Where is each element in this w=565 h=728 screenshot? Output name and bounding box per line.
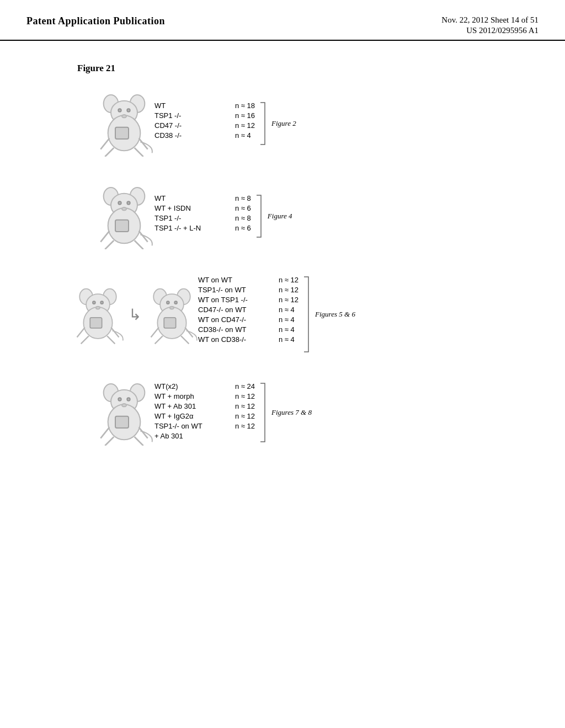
bracket-group-3: WT on WTn ≈ 12TSP1-/- on WTn ≈ 12WT on T…	[198, 276, 355, 353]
main-content: Figure 21	[0, 41, 565, 494]
row-label: WT(x2)	[154, 382, 226, 390]
svg-line-41	[151, 328, 159, 338]
bracket-2	[254, 194, 262, 238]
figure-title: Figure 21	[77, 63, 521, 74]
svg-line-31	[81, 336, 89, 344]
section-3: ↳	[72, 276, 521, 353]
svg-point-58	[127, 398, 130, 400]
svg-line-55	[105, 437, 114, 446]
row-value: n ≈ 12	[235, 402, 255, 410]
svg-rect-4	[115, 127, 129, 139]
row-value: n ≈ 12	[279, 276, 299, 284]
row-label: WT on TSP1 -/-	[198, 296, 270, 304]
row-value: n ≈ 24	[235, 382, 255, 390]
bracket-group-1: WTn ≈ 18TSP1 -/-n ≈ 16CD47 -/-n ≈ 12CD38…	[154, 101, 296, 146]
transplant-arrow: ↳	[129, 306, 141, 324]
svg-point-10	[127, 109, 130, 111]
mouse-recipient	[146, 284, 198, 345]
row-value: n ≈ 8	[235, 214, 251, 222]
mouse-donor	[72, 284, 124, 345]
data-row: WTn ≈ 8	[154, 194, 251, 202]
data-row: + Ab 301	[154, 432, 255, 440]
data-row: TSP1-/- on WTn ≈ 12	[198, 286, 299, 294]
row-label: CD47 -/-	[154, 121, 226, 130]
data-row: WTn ≈ 18	[154, 101, 255, 110]
svg-point-33	[93, 301, 95, 304]
section-1: WTn ≈ 18TSP1 -/-n ≈ 16CD47 -/-n ≈ 12CD38…	[94, 90, 521, 157]
svg-line-32	[107, 336, 115, 344]
row-label: CD47-/- on WT	[198, 306, 270, 314]
row-value: n ≈ 12	[235, 412, 255, 420]
row-value: n ≈ 4	[279, 306, 295, 314]
row-label: TSP1-/- on WT	[198, 286, 270, 294]
page-header: Patent Application Publication Nov. 22, …	[0, 0, 565, 41]
svg-point-35	[96, 307, 100, 309]
patent-number: US 2012/0295956 A1	[466, 26, 539, 35]
row-label: + Ab 301	[154, 432, 226, 440]
row-value: n ≈ 16	[235, 111, 255, 120]
row-label: WT + morph	[154, 392, 226, 400]
row-label: TSP1-/- on WT	[154, 422, 226, 430]
bracket-group-4: WT(x2)n ≈ 24WT + morphn ≈ 12WT + Ab 301n…	[154, 382, 312, 443]
figure-ref-1: Figure 2	[271, 119, 296, 128]
row-label: WT + IgG2α	[154, 412, 226, 420]
data-row: CD38-/- on WTn ≈ 4	[198, 325, 299, 334]
figure-ref-4: Figures 7 & 8	[271, 408, 312, 417]
row-label: WT on CD38-/-	[198, 335, 270, 344]
svg-line-8	[135, 148, 143, 157]
header-right: Nov. 22, 2012 Sheet 14 of 51 US 2012/029…	[441, 15, 539, 35]
svg-line-19	[105, 240, 114, 249]
svg-point-21	[118, 201, 121, 204]
row-label: CD38 -/-	[154, 131, 226, 140]
row-label: WT	[154, 194, 226, 202]
data-row: CD47 -/-n ≈ 12	[154, 121, 255, 130]
section-2: WTn ≈ 8WT + ISDNn ≈ 6TSP1 -/-n ≈ 8TSP1 -…	[94, 183, 521, 249]
bracket-group-2: WTn ≈ 8WT + ISDNn ≈ 6TSP1 -/-n ≈ 8TSP1 -…	[154, 194, 292, 238]
row-label: WT on CD47-/-	[198, 315, 270, 324]
data-row: WT on CD47-/-n ≈ 4	[198, 315, 299, 324]
svg-line-29	[77, 328, 85, 338]
figure-ref-2: Figure 4	[268, 212, 292, 221]
data-block-4: WT(x2)n ≈ 24WT + morphn ≈ 12WT + Ab 301n…	[154, 382, 255, 443]
data-row: WT + morphn ≈ 12	[154, 392, 255, 400]
svg-point-34	[100, 301, 103, 304]
row-value: n ≈ 6	[235, 224, 251, 232]
svg-line-17	[100, 231, 109, 242]
row-value: n ≈ 4	[279, 335, 295, 344]
row-label: WT	[154, 101, 226, 110]
row-label: TSP1 -/-	[154, 214, 226, 222]
svg-line-44	[181, 336, 189, 344]
bracket-1	[258, 101, 266, 146]
data-row: WT on WTn ≈ 12	[198, 276, 299, 284]
data-row: WT on TSP1 -/-n ≈ 12	[198, 296, 299, 304]
svg-point-11	[122, 115, 126, 117]
svg-point-45	[167, 301, 169, 304]
svg-rect-40	[164, 318, 175, 328]
row-value: n ≈ 12	[235, 121, 255, 130]
bracket-4	[258, 382, 266, 443]
mouse-figure-1	[94, 90, 154, 157]
row-value: n ≈ 12	[279, 296, 299, 304]
data-row: TSP1 -/- + L-Nn ≈ 6	[154, 224, 251, 232]
figure-ref-3: Figures 5 & 6	[315, 310, 355, 319]
data-row: TSP1 -/-n ≈ 16	[154, 111, 255, 120]
row-value: n ≈ 12	[235, 392, 255, 400]
svg-point-46	[174, 301, 177, 304]
section-4: WT(x2)n ≈ 24WT + morphn ≈ 12WT + Ab 301n…	[94, 379, 521, 446]
row-label: WT + Ab 301	[154, 402, 226, 410]
row-value: n ≈ 12	[279, 286, 299, 294]
data-row: CD38 -/-n ≈ 4	[154, 131, 255, 140]
data-block-3: WT on WTn ≈ 12TSP1-/- on WTn ≈ 12WT on T…	[198, 276, 299, 353]
bracket-3	[302, 276, 310, 353]
svg-point-23	[122, 207, 126, 210]
data-row: TSP1 -/-n ≈ 8	[154, 214, 251, 222]
svg-point-59	[122, 404, 126, 406]
svg-line-7	[105, 148, 114, 157]
svg-rect-28	[90, 318, 102, 328]
mouse-figure-2	[94, 183, 154, 249]
row-label: WT + ISDN	[154, 204, 226, 212]
data-row: WT + ISDNn ≈ 6	[154, 204, 251, 212]
publication-label: Patent Application Publication	[26, 15, 165, 27]
svg-rect-16	[115, 220, 129, 232]
mouse-figure-4	[94, 379, 154, 446]
